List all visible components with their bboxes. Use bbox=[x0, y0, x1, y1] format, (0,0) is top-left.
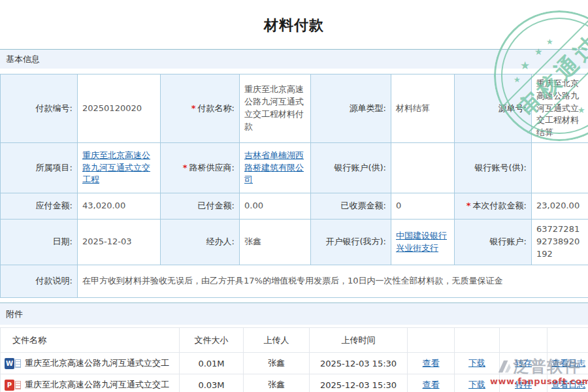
field-invoiced-amount-label: 已收票金额: bbox=[311, 193, 391, 220]
attachments-header-row: 文件名称 文件大小 上传人 上传时间 bbox=[1, 328, 588, 353]
page-title: 材料付款 bbox=[0, 0, 588, 49]
field-bank-account-value: 6372728192738920192 bbox=[532, 220, 588, 265]
header-action-transfer bbox=[500, 328, 547, 353]
project-link[interactable]: 重庆至北京高速公路九河互通式立交工程 bbox=[82, 150, 150, 185]
transfer-link[interactable]: 转存 bbox=[515, 358, 532, 368]
field-invoiced-amount-value: 0 bbox=[391, 193, 455, 220]
field-handler-label: 经办人: bbox=[161, 220, 240, 265]
view-link[interactable]: 查看 bbox=[423, 380, 440, 389]
pdf-file-icon: P bbox=[5, 380, 21, 391]
file-name-text: 重庆至北京高速公路九河互通式立交工 bbox=[25, 357, 169, 369]
field-supplier-bank-account-value bbox=[391, 143, 455, 193]
file-uploader: 张鑫 bbox=[244, 374, 310, 392]
header-action-view bbox=[408, 328, 455, 353]
file-name-text: 重庆至北京高速公路九河互通式立交工 bbox=[25, 379, 169, 391]
section-header-basic-info: 基本信息 bbox=[0, 49, 588, 69]
section-header-attachments: 附件 bbox=[0, 302, 588, 325]
field-payment-no-value: 20250120020 bbox=[78, 74, 161, 143]
field-date-label: 日期: bbox=[1, 220, 78, 265]
field-supplier-bank-account-label: 银行账户(供): bbox=[311, 143, 391, 193]
download-link[interactable]: 下载 bbox=[468, 358, 485, 368]
supplier-link[interactable]: 吉林省单楠湖西路桥建筑有限公司 bbox=[244, 150, 304, 185]
header-file-size: 文件大小 bbox=[180, 328, 244, 353]
field-payment-name-label: *付款名称: bbox=[161, 74, 240, 143]
file-size: 0.03M bbox=[180, 374, 244, 392]
field-payable-amount-label: 应付金额: bbox=[1, 193, 78, 220]
file-name-cell: W 重庆至北京高速公路九河互通式立交工 bbox=[1, 353, 180, 374]
field-supplier-bank-no-value bbox=[532, 143, 588, 193]
required-marker: * bbox=[466, 201, 471, 210]
field-date-value: 2025-12-03 bbox=[78, 220, 161, 265]
field-supplier-label: *路桥供应商: bbox=[161, 143, 240, 193]
field-payment-note-label: 付款说明: bbox=[1, 265, 78, 298]
required-marker: * bbox=[191, 103, 196, 113]
file-upload-time: 2025-12-03 15:30 bbox=[310, 353, 408, 374]
field-bank-account-label: 银行账户: bbox=[455, 220, 532, 265]
view-log-link[interactable]: 查看日志 bbox=[551, 380, 585, 389]
field-source-no-value: 重庆至北京高速公路九河互通式立交工程材料结算 bbox=[532, 74, 588, 143]
file-size: 0.01M bbox=[180, 353, 244, 374]
field-our-bank-label: 开户银行(我方): bbox=[311, 220, 391, 265]
field-our-bank-value: 中国建设银行兴业街支行 bbox=[391, 220, 455, 265]
field-supplier-value: 吉林省单楠湖西路桥建筑有限公司 bbox=[240, 143, 311, 193]
basic-info-table: 付款编号: 20250120020 *付款名称: 重庆至北京高速公路九河互通式立… bbox=[0, 74, 588, 298]
view-log-link[interactable]: 查看日志 bbox=[551, 358, 585, 368]
field-payment-name-value: 重庆至北京高速公路九河互通式立交工程材料付款 bbox=[240, 74, 311, 143]
field-paid-amount-label: 已付金额: bbox=[161, 193, 240, 220]
header-action-log bbox=[547, 328, 588, 353]
field-current-payment-value: 23,020.00 bbox=[532, 193, 588, 220]
field-handler-value: 张鑫 bbox=[240, 220, 311, 265]
field-current-payment-label: *本次付款金额: bbox=[455, 193, 532, 220]
attachment-row: P 重庆至北京高速公路九河互通式立交工 0.03M 张鑫 2025-12-03 … bbox=[1, 374, 588, 392]
attachment-row: W 重庆至北京高速公路九河互通式立交工 0.01M 张鑫 2025-12-03 … bbox=[1, 353, 588, 374]
header-file-name: 文件名称 bbox=[1, 328, 180, 353]
required-marker: * bbox=[183, 163, 188, 172]
download-link[interactable]: 下载 bbox=[468, 380, 485, 389]
field-project-label: 所属项目: bbox=[1, 143, 78, 193]
file-upload-time: 2025-12-03 15:30 bbox=[310, 374, 408, 392]
field-payment-no-label: 付款编号: bbox=[1, 74, 78, 143]
field-project-value: 重庆至北京高速公路九河互通式立交工程 bbox=[78, 143, 161, 193]
header-upload-time: 上传时间 bbox=[310, 328, 408, 353]
view-link[interactable]: 查看 bbox=[423, 358, 440, 368]
field-payable-amount-value: 43,020.00 bbox=[78, 193, 161, 220]
our-bank-link[interactable]: 中国建设银行兴业街支行 bbox=[396, 231, 447, 253]
field-source-no-label: 源单号: bbox=[455, 74, 532, 143]
file-uploader: 张鑫 bbox=[244, 353, 310, 374]
section-attachments-label: 附件 bbox=[6, 308, 23, 320]
field-source-type-label: 源单类型: bbox=[311, 74, 391, 143]
field-source-type-value: 材料结算 bbox=[391, 74, 455, 143]
word-file-icon: W bbox=[5, 358, 21, 369]
file-name-cell: P 重庆至北京高速公路九河互通式立交工 bbox=[1, 374, 180, 392]
attachments-table: 文件名称 文件大小 上传人 上传时间 W 重庆至北京高速公路九河互通式立交工 0… bbox=[0, 327, 588, 392]
transfer-link[interactable]: 转存 bbox=[515, 380, 532, 389]
field-supplier-bank-no-label: 银行账号(供): bbox=[455, 143, 532, 193]
header-action-download bbox=[455, 328, 500, 353]
field-paid-amount-value: 0.00 bbox=[240, 193, 311, 220]
header-uploader: 上传人 bbox=[244, 328, 310, 353]
section-basic-info-label: 基本信息 bbox=[6, 54, 40, 65]
field-payment-note-value: 在甲方收到材料并验收无误后，由乙方开具17%的增值税专用发票后，10日内一次性全… bbox=[78, 265, 588, 298]
